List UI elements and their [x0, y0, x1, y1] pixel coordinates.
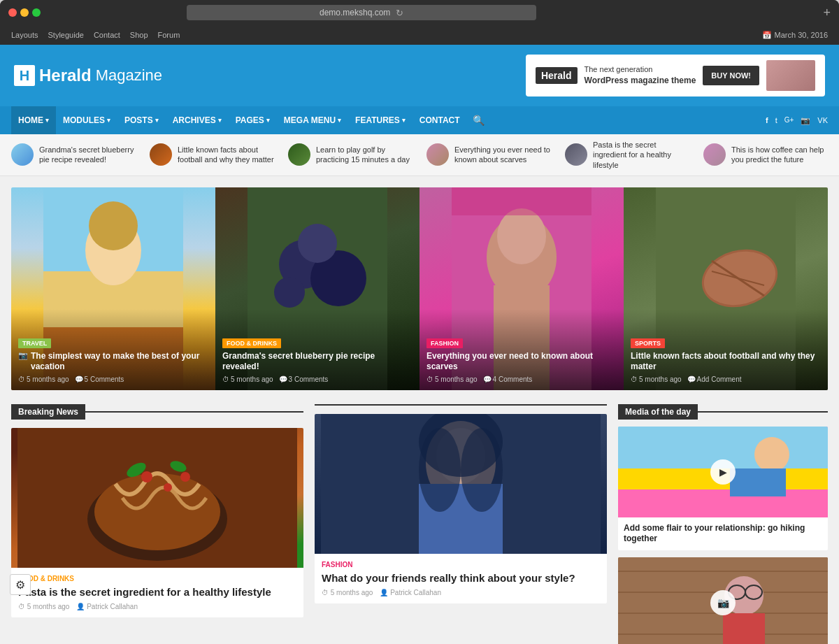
hiking-bg: ▶ [618, 427, 828, 517]
ticker-text-4: Everything you ever need to known about … [454, 145, 551, 165]
hero-title-2: Grandma's secret blueberry pie recipe re… [222, 351, 413, 373]
section-divider [85, 411, 303, 413]
nav-home[interactable]: HOME ▾ [11, 106, 56, 134]
new-tab-button[interactable]: + [823, 6, 831, 20]
url-text: demo.mekshq.com [320, 8, 390, 17]
shop-link[interactable]: Shop [130, 31, 148, 39]
play-button[interactable]: ▶ [710, 459, 736, 485]
ticker-item-3[interactable]: Learn to play golf by practicing 15 minu… [288, 143, 413, 166]
nav-archives[interactable]: ARCHIVES ▾ [166, 106, 229, 134]
ticker-item-1[interactable]: Grandma's secret blueberry pie recipe re… [11, 143, 136, 166]
hero-comments-1: 💬 5 Comments [75, 375, 124, 383]
media-img-2: 📷 [618, 557, 828, 644]
nav-megamenu-arrow: ▾ [338, 117, 341, 124]
news-time-fashion2: ⏱ 5 months ago [322, 589, 373, 596]
header-advertisement[interactable]: Herald The next generation WordPress mag… [526, 55, 825, 96]
svg-point-9 [274, 277, 305, 308]
media-card-hiking[interactable]: ▶ Add some flair to your relationship: g… [618, 427, 828, 550]
hero-comments-4: 💬 Add Comment [687, 375, 742, 383]
ticker-item-6[interactable]: This is how coffee can help you predict … [703, 143, 828, 166]
hero-overlay-3: FASHION Everything you ever need to know… [420, 309, 624, 390]
ticker-item-2[interactable]: Little known facts about football and wh… [150, 143, 274, 166]
svg-point-13 [497, 208, 546, 264]
ticker-avatar-2 [150, 143, 172, 166]
top-bar-date: 📅March 30, 2016 [762, 31, 828, 40]
news-ticker: Grandma's secret blueberry pie recipe re… [0, 134, 839, 176]
hero-overlay-1: TRAVEL 📷 The simplest way to make the be… [11, 309, 215, 390]
hero-overlay-4: SPORTS Little known facts about football… [624, 309, 828, 390]
contact-link[interactable]: Contact [94, 31, 120, 39]
ad-logo: Herald [536, 67, 578, 84]
url-bar[interactable]: demo.mekshq.com ↻ [187, 5, 536, 20]
nav-features[interactable]: FEATURES ▾ [348, 106, 413, 134]
close-dot[interactable] [8, 8, 17, 17]
fashion2-svg [315, 414, 607, 554]
ad-text: The next generation WordPress magazine t… [585, 64, 696, 87]
camera-button[interactable]: 📷 [710, 590, 736, 615]
main-content: TRAVEL 📷 The simplest way to make the be… [0, 176, 839, 644]
styleguide-link[interactable]: Styleguide [48, 31, 84, 39]
hero-grid: TRAVEL 📷 The simplest way to make the be… [11, 187, 828, 390]
hero-title-3: Everything you ever need to known about … [426, 351, 617, 373]
hero-meta-2: ⏱ 5 months ago 💬 3 Comments [222, 375, 413, 383]
hero-category-1: TRAVEL [18, 338, 51, 348]
hero-category-4: SPORTS [631, 338, 665, 348]
svg-point-4 [89, 201, 138, 250]
media-img-hiking: ▶ [618, 427, 828, 517]
reload-icon[interactable]: ↻ [396, 8, 403, 18]
search-icon[interactable]: 🔍 [467, 115, 490, 126]
svg-rect-46 [723, 613, 765, 644]
hero-time-1: ⏱ 5 months ago [18, 375, 69, 383]
facebook-icon[interactable]: f [766, 116, 768, 125]
svg-rect-37 [618, 489, 828, 517]
ticker-item-5[interactable]: Pasta is the secret ingredient for a hea… [565, 140, 689, 170]
nav-modules[interactable]: MODULES ▾ [56, 106, 117, 134]
hero-item-fashion[interactable]: FASHION Everything you ever need to know… [420, 187, 624, 390]
browser-window: demo.mekshq.com ↻ + Layouts Styleguide C… [0, 0, 839, 644]
twitter-icon[interactable]: t [775, 116, 777, 125]
media-section-title: Media of the day [618, 404, 698, 420]
svg-point-23 [141, 471, 152, 482]
media-title-hiking: Add some flair to your relationship: go … [624, 523, 822, 545]
layouts-link[interactable]: Layouts [11, 31, 38, 39]
hero-overlay-2: FOOD & DRINKS Grandma's secret blueberry… [215, 309, 420, 390]
media-section-header: Media of the day [618, 404, 828, 420]
social-links: f t G+ 📷 VK [766, 116, 828, 125]
nav-contact[interactable]: CONTACT [413, 106, 467, 134]
site-logo[interactable]: H Herald Magazine [14, 65, 162, 86]
svg-point-24 [164, 483, 172, 492]
minimize-dot[interactable] [20, 8, 29, 17]
hero-item-travel[interactable]: TRAVEL 📷 The simplest way to make the be… [11, 187, 215, 390]
ticker-item-4[interactable]: Everything you ever need to known about … [426, 143, 551, 166]
ticker-text-1: Grandma's secret blueberry pie recipe re… [39, 145, 136, 165]
maximize-dot[interactable] [32, 8, 41, 17]
svg-point-38 [754, 437, 789, 472]
vk-icon[interactable]: VK [817, 116, 828, 125]
news-card-fashion[interactable]: FASHION What do your friends really thin… [315, 414, 607, 604]
news-card-pasta[interactable]: FOOD & DRINKS Pasta is the secret ingred… [11, 428, 303, 618]
news-meta-fashion2: ⏱ 5 months ago 👤 Patrick Callahan [322, 589, 600, 596]
logo-icon: H [14, 65, 35, 86]
ad-buy-button[interactable]: BUY NOW! [703, 66, 759, 85]
forum-link[interactable]: Forum [158, 31, 180, 39]
hero-item-food[interactable]: FOOD & DRINKS Grandma's secret blueberry… [215, 187, 420, 390]
ticker-avatar-6 [703, 143, 726, 166]
nav-posts[interactable]: POSTS ▾ [117, 106, 166, 134]
svg-rect-14 [452, 187, 591, 215]
nav-megamenu[interactable]: MEGA MENU ▾ [277, 106, 348, 134]
settings-button[interactable]: ⚙ [10, 574, 31, 595]
hero-time-2: ⏱ 5 months ago [222, 375, 273, 383]
svg-rect-39 [730, 468, 786, 496]
instagram-icon[interactable]: 📷 [801, 116, 810, 125]
media-body-hiking: Add some flair to your relationship: go … [618, 517, 828, 550]
hero-comments-3: 💬 4 Comments [483, 375, 533, 383]
nav-pages[interactable]: PAGES ▾ [229, 106, 277, 134]
googleplus-icon[interactable]: G+ [784, 116, 794, 125]
hero-time-4: ⏱ 5 months ago [631, 375, 682, 383]
hero-item-sports[interactable]: SPORTS Little known facts about football… [624, 187, 828, 390]
news-category-fashion2: FASHION [322, 561, 600, 568]
ticker-text-3: Learn to play golf by practicing 15 minu… [316, 145, 413, 165]
news-body-pasta: FOOD & DRINKS Pasta is the secret ingred… [11, 568, 303, 618]
breaking-news-header-2 [315, 404, 607, 406]
media-card-2[interactable]: 📷 [618, 557, 828, 644]
